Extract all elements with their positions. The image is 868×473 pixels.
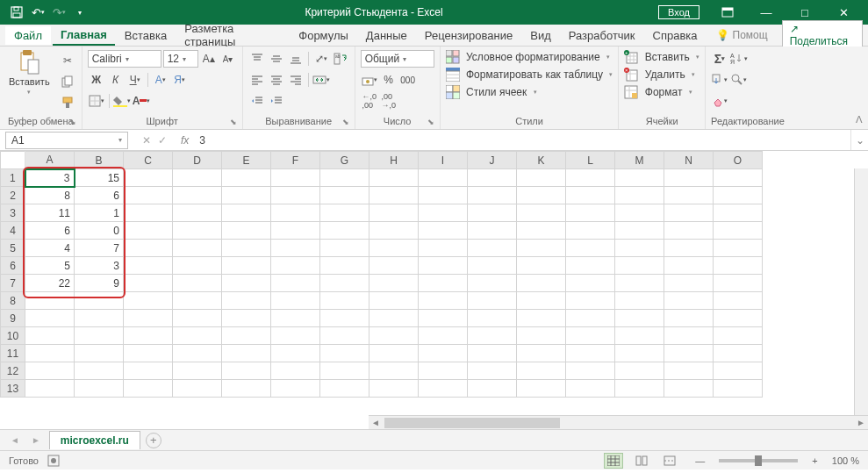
- conditional-format-button[interactable]: Условное форматирование ▾: [446, 50, 613, 64]
- cut-icon[interactable]: ✂: [59, 52, 76, 69]
- cell-I11[interactable]: [419, 345, 468, 362]
- cell-A1[interactable]: 3: [25, 169, 75, 187]
- cell-H8[interactable]: [369, 292, 419, 310]
- paste-button[interactable]: Вставить ▾: [5, 48, 54, 97]
- cell-D10[interactable]: [173, 327, 222, 345]
- ribbon-tab-3[interactable]: Формулы: [291, 26, 356, 45]
- name-box[interactable]: A1▾: [5, 132, 128, 149]
- cell-N13[interactable]: [664, 380, 714, 398]
- cell-E9[interactable]: [222, 310, 271, 327]
- add-sheet-icon[interactable]: +: [146, 433, 161, 448]
- cell-J12[interactable]: [468, 362, 517, 380]
- cell-L9[interactable]: [566, 310, 615, 327]
- cell-B11[interactable]: [75, 345, 124, 362]
- save-icon[interactable]: [7, 3, 26, 22]
- cell-B13[interactable]: [75, 380, 124, 398]
- currency-icon[interactable]: ▾: [361, 71, 378, 89]
- col-header-H[interactable]: H: [369, 152, 419, 169]
- cell-H11[interactable]: [369, 345, 419, 362]
- scroll-thumb[interactable]: [384, 418, 560, 428]
- cell-B9[interactable]: [75, 310, 124, 327]
- decrease-decimal-icon[interactable]: ,00→,0: [380, 92, 398, 110]
- cell-D2[interactable]: [173, 187, 222, 204]
- cell-L10[interactable]: [566, 327, 615, 345]
- align-center-icon[interactable]: [268, 71, 285, 89]
- cell-K3[interactable]: [517, 204, 566, 222]
- cell-G13[interactable]: [320, 380, 369, 398]
- borders-icon[interactable]: ▾: [88, 92, 105, 110]
- col-header-J[interactable]: J: [468, 152, 517, 169]
- cell-M3[interactable]: [615, 204, 664, 222]
- cell-A7[interactable]: 22: [25, 275, 75, 292]
- cell-A6[interactable]: 5: [25, 257, 75, 275]
- scroll-right-icon[interactable]: ►: [854, 418, 868, 427]
- cell-G10[interactable]: [320, 327, 369, 345]
- cell-J5[interactable]: [468, 240, 517, 257]
- ribbon-tab-7[interactable]: Разработчик: [561, 26, 643, 45]
- cell-K8[interactable]: [517, 292, 566, 310]
- fill-icon[interactable]: ▾: [711, 71, 728, 89]
- percent-icon[interactable]: %: [380, 71, 398, 89]
- cell-N11[interactable]: [664, 345, 714, 362]
- col-header-F[interactable]: F: [271, 152, 320, 169]
- cell-H4[interactable]: [369, 222, 419, 240]
- comma-icon[interactable]: 000: [399, 71, 417, 89]
- cell-J2[interactable]: [468, 187, 517, 204]
- scroll-left-icon[interactable]: ◄: [369, 418, 383, 427]
- cell-M7[interactable]: [615, 275, 664, 292]
- cell-E3[interactable]: [222, 204, 271, 222]
- cell-A10[interactable]: [25, 327, 75, 345]
- cell-C4[interactable]: [124, 222, 173, 240]
- view-normal-icon[interactable]: [604, 453, 623, 469]
- clipboard-launcher-icon[interactable]: ⬊: [69, 118, 76, 126]
- tab-nav-prev-icon[interactable]: ◄: [7, 435, 23, 445]
- cell-G4[interactable]: [320, 222, 369, 240]
- cell-A13[interactable]: [25, 380, 75, 398]
- macro-record-icon[interactable]: [47, 455, 60, 467]
- col-header-B[interactable]: B: [75, 152, 124, 169]
- row-header-7[interactable]: 7: [1, 275, 25, 292]
- row-header-13[interactable]: 13: [1, 380, 25, 398]
- cell-K12[interactable]: [517, 362, 566, 380]
- cell-N4[interactable]: [664, 222, 714, 240]
- cell-J8[interactable]: [468, 292, 517, 310]
- cell-E6[interactable]: [222, 257, 271, 275]
- redo-icon[interactable]: ↷▾: [49, 3, 68, 22]
- cell-O11[interactable]: [714, 345, 763, 362]
- cell-O3[interactable]: [714, 204, 763, 222]
- cell-E4[interactable]: [222, 222, 271, 240]
- file-tab[interactable]: Файл: [5, 26, 51, 45]
- cell-D7[interactable]: [173, 275, 222, 292]
- cell-C11[interactable]: [124, 345, 173, 362]
- ribbon-tab-4[interactable]: Данные: [358, 26, 415, 45]
- cell-N9[interactable]: [664, 310, 714, 327]
- cell-M9[interactable]: [615, 310, 664, 327]
- cell-E8[interactable]: [222, 292, 271, 310]
- minimize-icon[interactable]: —: [749, 0, 784, 25]
- italic-button[interactable]: К: [107, 71, 125, 89]
- cell-G3[interactable]: [320, 204, 369, 222]
- cell-M1[interactable]: [615, 169, 664, 187]
- view-page-break-icon[interactable]: [660, 453, 679, 469]
- cell-H12[interactable]: [369, 362, 419, 380]
- cell-G11[interactable]: [320, 345, 369, 362]
- number-launcher-icon[interactable]: ⬊: [427, 118, 434, 126]
- ribbon-tab-8[interactable]: Справка: [645, 26, 706, 45]
- cell-M5[interactable]: [615, 240, 664, 257]
- cell-F8[interactable]: [271, 292, 320, 310]
- cell-O10[interactable]: [714, 327, 763, 345]
- cell-M4[interactable]: [615, 222, 664, 240]
- delete-cells-button[interactable]: × Удалить ▾: [624, 68, 699, 82]
- cell-O13[interactable]: [714, 380, 763, 398]
- cell-D11[interactable]: [173, 345, 222, 362]
- cell-N12[interactable]: [664, 362, 714, 380]
- cell-F5[interactable]: [271, 240, 320, 257]
- row-header-10[interactable]: 10: [1, 327, 25, 345]
- font-launcher-icon[interactable]: ⬊: [230, 118, 237, 126]
- row-header-5[interactable]: 5: [1, 240, 25, 257]
- col-header-C[interactable]: C: [124, 152, 173, 169]
- cell-K9[interactable]: [517, 310, 566, 327]
- cell-F12[interactable]: [271, 362, 320, 380]
- underline-button[interactable]: Ч▾: [126, 71, 144, 89]
- cell-K10[interactable]: [517, 327, 566, 345]
